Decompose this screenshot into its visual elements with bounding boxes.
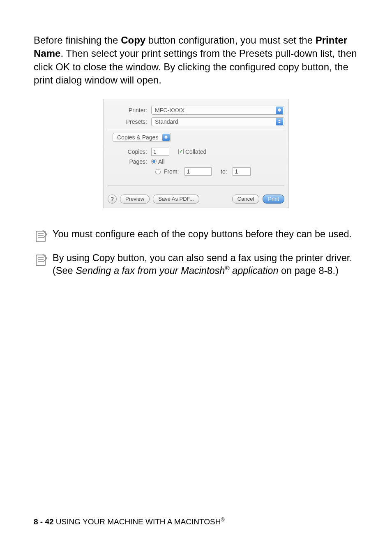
save-as-pdf-button[interactable]: Save As PDF... [153,195,199,204]
page-number: 8 - 42 [34,517,54,526]
section-select[interactable]: Copies & Pages [113,133,171,142]
collated-checkbox[interactable] [178,149,184,154]
svg-rect-0 [36,231,45,242]
chevron-updown-icon [162,134,170,141]
presets-label: Presets: [108,118,151,125]
section-row: Copies & Pages [113,133,284,142]
intro-paragraph: Before finishing the Copy button configu… [34,34,358,87]
text-bold-copy: Copy [121,35,145,46]
text: button configuration, you must set the [145,35,316,46]
note-1: You must configure each of the copy butt… [34,228,358,243]
copies-input[interactable] [151,148,169,156]
page-footer: 8 - 42 USING YOUR MACHINE WITH A MACINTO… [34,517,225,526]
print-dialog-figure: Printer: MFC-XXXX Presets: Standard Copi… [34,99,358,208]
copies-row: Copies: Collated [108,148,284,156]
note-icon [34,229,48,243]
pages-from-input[interactable] [184,167,212,176]
pages-label: Pages: [108,158,151,165]
preview-button[interactable]: Preview [120,195,150,204]
collated-label: Collated [185,148,206,155]
text: . Then select your print settings from t… [34,48,357,86]
note-2: By using Copy button, you can also send … [34,252,358,277]
pages-from-radio[interactable] [155,169,161,174]
chevron-updown-icon [276,118,283,125]
pages-from-row: From: to: [108,167,284,176]
svg-rect-4 [36,255,45,266]
section-value: Copies & Pages [117,134,158,141]
printer-select[interactable]: MFC-XXXX [151,106,284,115]
presets-row: Presets: Standard [108,117,284,126]
text-italic: Sending a fax from your Macintosh® appli… [76,265,278,276]
dialog-footer: ? Preview Save As PDF... Cancel Print [108,195,284,204]
print-button[interactable]: Print [263,195,284,204]
note-icon [34,253,48,267]
note-2-text: By using Copy button, you can also send … [53,252,358,277]
note-1-text: You must configure each of the copy butt… [53,228,352,243]
printer-value: MFC-XXXX [155,107,184,114]
pages-all-radio[interactable] [151,159,157,164]
printer-row: Printer: MFC-XXXX [108,106,284,115]
print-dialog: Printer: MFC-XXXX Presets: Standard Copi… [103,99,289,208]
text: on page 8-8.) [278,265,338,276]
divider [108,185,284,186]
footer-title: USING YOUR MACHINE WITH A MACINTOSH [54,517,221,526]
printer-label: Printer: [108,107,151,114]
presets-select[interactable]: Standard [151,117,284,126]
pages-to-label: to: [221,168,227,175]
cancel-button[interactable]: Cancel [232,195,259,204]
copies-label: Copies: [108,148,151,155]
presets-value: Standard [155,118,178,125]
pages-all-label: All [158,158,165,165]
help-button[interactable]: ? [108,195,117,204]
chevron-updown-icon [276,107,283,114]
text: Before finishing the [34,35,121,46]
registered-mark: ® [221,517,224,523]
pages-from-label: From: [164,168,179,175]
pages-to-input[interactable] [233,167,251,176]
pages-row: Pages: All [108,158,284,165]
divider [108,129,284,130]
